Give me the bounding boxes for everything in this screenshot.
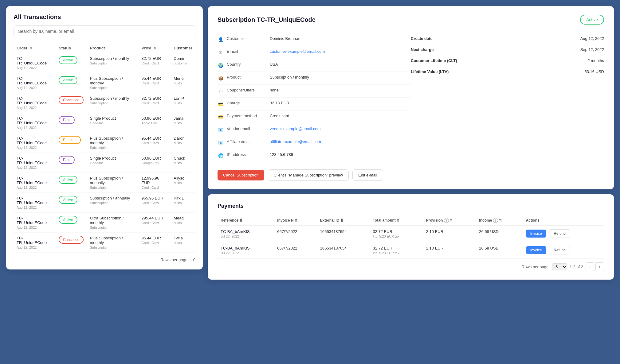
right-detail-value: 53.16 USD	[584, 69, 604, 74]
provision: 2.10 EUR	[423, 226, 476, 242]
sort-ref-icon: ⇅	[239, 218, 242, 223]
detail-value: Subscription / monthly	[270, 75, 309, 79]
customer-label: custo	[174, 241, 192, 245]
sub-right-info: Create date Aug 12, 2022 Next charge Sep…	[411, 33, 604, 77]
detail-value: affiliate-example@email.com	[270, 139, 321, 144]
product-name: Plus Subscription / monthly	[90, 76, 135, 85]
refund-button[interactable]: Refund	[549, 246, 570, 254]
pcol-invoice[interactable]: Invoice N ⇅	[274, 215, 317, 226]
sort-ext-icon: ⇅	[340, 218, 343, 223]
customer-name: Allyso	[174, 176, 192, 180]
right-detail-row: Next charge Sep 12, 2022	[411, 44, 604, 55]
status-badge: Active	[59, 216, 77, 224]
status-badge: Cancelled	[59, 236, 84, 244]
payment-reference: TC-BA_bAnrKIS	[221, 246, 271, 250]
detail-icon: 📧	[218, 127, 224, 133]
detail-value: USA	[270, 62, 278, 67]
payments-card: Payments Reference ⇅ Invoice N ⇅ Externa…	[208, 194, 614, 280]
detail-row: 📦 Product Subscription / monthly	[218, 72, 411, 85]
product-name: Subscription / monthly	[90, 56, 135, 61]
payment-method: Credit Card	[141, 241, 167, 245]
customer-label: custo	[174, 81, 192, 85]
customer-name: Meag	[174, 216, 192, 220]
price-value: 295.44 EUR	[141, 216, 167, 220]
order-id: TC-TR_UniquECode	[17, 236, 53, 245]
order-id: TC-TR_UniquECode	[17, 156, 53, 165]
next-page-button[interactable]: ›	[595, 262, 604, 271]
order-id: TC-TR_UniquECode	[17, 196, 53, 205]
status-badge: Active	[59, 196, 77, 204]
sort-price-icon: ⇅	[154, 47, 156, 50]
detail-icon: 💳	[218, 114, 224, 120]
customer-name: Jama	[174, 116, 192, 121]
refund-button[interactable]: Refund	[549, 229, 570, 238]
payment-row[interactable]: TC-BA_bAnrKIS Jul 22, 2022 667/7/2022 10…	[218, 226, 604, 242]
order-date: Aug 12, 2022	[17, 126, 53, 130]
table-row[interactable]: TC-TR_UniquECode Aug 12, 2022 Active Ult…	[14, 213, 195, 233]
pcol-external[interactable]: External ID ⇅	[317, 215, 370, 226]
search-input[interactable]	[14, 25, 195, 37]
order-id: TC-TR_UniquECode	[17, 76, 53, 85]
product-type: One-time	[90, 121, 135, 125]
manage-subscription-button[interactable]: Client's "Manage Subscription" preview	[268, 169, 349, 181]
order-id: TC-TR_UniquECode	[17, 176, 53, 185]
detail-icon: ✉	[218, 49, 224, 56]
detail-row: 🏷 Coupons/Offers none	[218, 85, 411, 98]
payment-reference: TC-BA_bAnrKIS	[221, 229, 271, 234]
price-value: 95.44 EUR	[141, 236, 167, 240]
right-detail-label: Customer Lifetime (CLT)	[411, 58, 457, 63]
prev-page-button[interactable]: ‹	[586, 262, 594, 271]
external-id: 105534187654	[317, 242, 370, 259]
customer-label: custo	[174, 121, 192, 125]
product-name: Plus Subscription / annually	[90, 176, 135, 185]
detail-label: Payment method	[227, 114, 270, 118]
status-badge: Cancelled	[59, 96, 84, 104]
order-date: Aug 12, 2022	[17, 206, 53, 209]
pcol-provision: Provision ? ⇅	[423, 215, 476, 226]
col-status[interactable]: Status	[56, 43, 87, 53]
table-row[interactable]: TC-TR_UniquECode Aug 12, 2022 Cancelled …	[14, 233, 195, 253]
table-row[interactable]: TC-TR_UniquECode Aug 12, 2022 Active Plu…	[14, 73, 195, 93]
price-value: 12,995.96 EUR	[141, 176, 167, 185]
right-detail-value: Aug 12, 2022	[580, 36, 604, 41]
income-help-icon[interactable]: ?	[493, 218, 498, 223]
col-price[interactable]: Price ⇅	[138, 43, 171, 53]
provision-help-icon[interactable]: ?	[444, 218, 449, 223]
pcol-reference[interactable]: Reference ⇅	[218, 215, 274, 226]
detail-value: 123.45.6.789	[270, 152, 293, 157]
payments-title: Payments	[218, 203, 604, 209]
edit-email-button[interactable]: Edit e-mail	[352, 169, 383, 181]
detail-icon: 👤	[218, 37, 224, 43]
cancel-subscription-button[interactable]: Cancel Subscription	[218, 170, 264, 180]
table-row[interactable]: TC-TR_UniquECode Aug 12, 2022 Cancelled …	[14, 93, 195, 113]
payments-rows-select[interactable]: 5 10 25	[552, 263, 567, 270]
right-detail-label: Create date	[411, 36, 433, 41]
customer-label: custo	[174, 221, 192, 225]
detail-label: Coupons/Offers	[227, 88, 270, 92]
pcol-income: Income ? ⇅	[476, 215, 523, 226]
payment-row[interactable]: TC-BA_bAnrKIS Jul 22, 2022 667/7/2022 10…	[218, 242, 604, 259]
detail-icon: 💳	[218, 101, 224, 107]
payment-method: Credit Card	[141, 61, 167, 65]
sort-total-icon: ⇅	[397, 218, 400, 223]
order-date: Aug 12, 2022	[17, 246, 53, 249]
invoice-button[interactable]: Invoice	[526, 230, 546, 238]
status-badge: Active	[59, 176, 77, 184]
status-badge: Pending	[59, 136, 81, 144]
price-value: 32.72 EUR	[141, 56, 167, 61]
table-row[interactable]: TC-TR_UniquECode Aug 12, 2022 Active Plu…	[14, 173, 195, 193]
col-product[interactable]: Product	[87, 43, 138, 53]
table-row[interactable]: TC-TR_UniquECode Aug 12, 2022 Pending Pl…	[14, 133, 195, 153]
right-detail-row: Lifetime Value (LTV) 53.16 USD	[411, 66, 604, 77]
subscription-card: Subscription TC-TR_UniquECode Active 👤 C…	[208, 6, 614, 189]
sort-prov-icon: ⇅	[450, 218, 453, 223]
detail-icon: 🌐	[218, 153, 224, 159]
table-row[interactable]: TC-TR_UniquECode Aug 12, 2022 Active Sub…	[14, 193, 195, 213]
table-row[interactable]: TC-TR_UniquECode Aug 12, 2022 Paid Singl…	[14, 153, 195, 173]
col-order[interactable]: Order ⇅	[14, 43, 56, 53]
pcol-total[interactable]: Total amount ⇅	[370, 215, 423, 226]
table-row[interactable]: TC-TR_UniquECode Aug 12, 2022 Active Sub…	[14, 53, 195, 73]
table-row[interactable]: TC-TR_UniquECode Aug 12, 2022 Paid Singl…	[14, 113, 195, 133]
invoice-button[interactable]: Invoice	[526, 246, 546, 254]
product-type: Subscription	[90, 146, 135, 149]
